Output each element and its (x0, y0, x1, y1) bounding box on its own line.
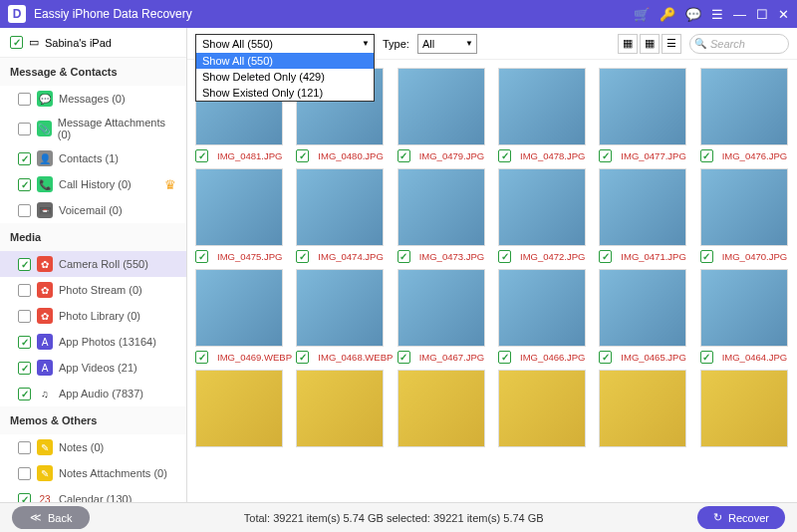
thumbnail[interactable]: IMG_0471.JPG (599, 168, 695, 263)
device-row[interactable]: ▭ Sabina's iPad (0, 28, 186, 58)
sidebar-item[interactable]: 23Calendar (130) (0, 486, 186, 502)
thumbnail[interactable] (296, 370, 393, 447)
device-checkbox[interactable] (10, 36, 23, 49)
thumb-checkbox[interactable] (599, 250, 612, 263)
thumbnail[interactable] (398, 370, 494, 447)
toolbar: Show All (550) Show All (550)Show Delete… (187, 28, 797, 60)
thumb-checkbox[interactable] (599, 351, 612, 364)
sidebar-item[interactable]: 📞Call History (0)♛ (0, 171, 186, 197)
thumbnail[interactable]: IMG_0479.JPG (398, 68, 494, 162)
item-checkbox[interactable] (18, 258, 31, 271)
thumb-checkbox[interactable] (599, 149, 612, 162)
thumb-checkbox[interactable] (498, 149, 511, 162)
thumbnail[interactable]: IMG_0472.JPG (498, 168, 595, 263)
key-icon[interactable]: 🔑 (660, 7, 675, 22)
chat-icon[interactable]: 💬 (685, 7, 701, 22)
thumbnail[interactable]: IMG_0466.JPG (498, 269, 595, 364)
category-icon: ✎ (37, 439, 53, 455)
thumbnail[interactable]: IMG_0474.JPG (296, 168, 393, 263)
thumb-checkbox[interactable] (498, 250, 511, 263)
item-checkbox[interactable] (18, 204, 31, 217)
sidebar-item[interactable]: 📎Message Attachments (0) (0, 112, 186, 145)
maximize-icon[interactable]: ☐ (756, 7, 768, 22)
thumb-checkbox[interactable] (498, 351, 511, 364)
category-icon: ✎ (37, 465, 53, 481)
thumb-filename: IMG_0471.JPG (621, 251, 685, 262)
minimize-icon[interactable]: — (733, 7, 746, 22)
item-checkbox[interactable] (18, 152, 31, 165)
thumb-checkbox[interactable] (296, 250, 309, 263)
thumbnail[interactable]: IMG_0467.JPG (398, 269, 494, 364)
thumb-checkbox[interactable] (296, 149, 309, 162)
item-checkbox[interactable] (18, 467, 31, 480)
sidebar-item[interactable]: ♫App Audio (7837) (0, 381, 186, 406)
thumbnail[interactable]: IMG_0478.JPG (498, 68, 595, 162)
cart-icon[interactable]: 🛒 (634, 7, 650, 22)
thumbnail[interactable] (195, 370, 292, 447)
sidebar-item[interactable]: ✿Photo Stream (0) (0, 277, 186, 303)
sidebar-item[interactable]: ✎Notes Attachments (0) (0, 460, 186, 486)
back-button[interactable]: ≪ Back (12, 506, 90, 529)
thumbnail[interactable]: IMG_0468.WEBP (296, 269, 393, 364)
thumbnail[interactable] (498, 370, 595, 447)
thumb-checkbox[interactable] (700, 351, 713, 364)
filter-option[interactable]: Show Deleted Only (429) (196, 69, 374, 85)
thumb-checkbox[interactable] (398, 250, 410, 263)
thumbnail[interactable]: IMG_0464.JPG (700, 269, 797, 364)
menu-icon[interactable]: ☰ (711, 7, 723, 22)
filter-dropdown[interactable]: Show All (550) Show All (550)Show Delete… (195, 34, 375, 54)
view-list-icon[interactable]: ☰ (662, 34, 681, 54)
sidebar-item[interactable]: 💬Messages (0) (0, 86, 186, 112)
thumb-checkbox[interactable] (398, 149, 410, 162)
sidebar-item[interactable]: 👤Contacts (1) (0, 145, 186, 171)
sidebar-item[interactable]: AApp Videos (21) (0, 355, 186, 381)
thumb-checkbox[interactable] (700, 149, 713, 162)
item-checkbox[interactable] (18, 123, 31, 135)
thumbnail[interactable]: IMG_0470.JPG (700, 168, 797, 263)
sidebar: ▭ Sabina's iPad Message & Contacts💬Messa… (0, 28, 187, 502)
thumb-checkbox[interactable] (195, 149, 208, 162)
thumbnail[interactable] (599, 370, 695, 447)
thumbnail[interactable]: IMG_0475.JPG (195, 168, 292, 263)
thumb-checkbox[interactable] (398, 351, 410, 364)
thumbnail[interactable]: IMG_0465.JPG (599, 269, 695, 364)
thumbnail-image (599, 168, 686, 246)
thumbnail-image (195, 370, 283, 447)
thumbnail[interactable]: IMG_0477.JPG (599, 68, 695, 162)
search-input[interactable]: Search (689, 34, 789, 54)
item-checkbox[interactable] (18, 310, 31, 323)
thumbnail[interactable]: IMG_0476.JPG (700, 68, 797, 162)
recover-button[interactable]: ↻ Recover (697, 506, 785, 529)
item-checkbox[interactable] (18, 178, 31, 191)
thumb-checkbox[interactable] (700, 250, 713, 263)
filter-option[interactable]: Show Existed Only (121) (196, 85, 374, 101)
item-checkbox[interactable] (18, 441, 31, 454)
sidebar-item[interactable]: 📼Voicemail (0) (0, 197, 186, 223)
item-checkbox[interactable] (18, 362, 31, 375)
item-checkbox[interactable] (18, 388, 31, 400)
sidebar-item[interactable]: AApp Photos (13164) (0, 329, 186, 355)
close-icon[interactable]: ✕ (778, 7, 789, 22)
thumbnail[interactable] (700, 370, 797, 447)
item-checkbox[interactable] (18, 336, 31, 349)
item-checkbox[interactable] (18, 284, 31, 297)
sidebar-item[interactable]: ✎Notes (0) (0, 434, 186, 460)
item-checkbox[interactable] (18, 493, 31, 503)
thumbnail[interactable]: IMG_0469.WEBP (195, 269, 292, 364)
thumbnail-image (398, 68, 485, 145)
thumb-checkbox[interactable] (296, 351, 309, 364)
filter-option[interactable]: Show All (550) (196, 53, 374, 69)
sidebar-item[interactable]: ✿Photo Library (0) (0, 303, 186, 329)
view-grid-icon[interactable]: ▦ (640, 34, 660, 54)
thumbnail-grid[interactable]: IMG_0481.JPGIMG_0480.JPGIMG_0479.JPGIMG_… (187, 60, 797, 502)
thumbnail[interactable]: IMG_0473.JPG (398, 168, 494, 263)
app-logo-icon: D (8, 5, 26, 23)
thumb-checkbox[interactable] (195, 250, 208, 263)
item-label: Calendar (130) (59, 493, 132, 502)
item-checkbox[interactable] (18, 93, 31, 106)
type-select[interactable]: All (417, 34, 477, 54)
view-large-icon[interactable]: ▦ (618, 34, 638, 54)
thumb-checkbox[interactable] (195, 351, 208, 364)
sidebar-item[interactable]: ✿Camera Roll (550) (0, 251, 186, 277)
category-icon: A (37, 360, 53, 376)
